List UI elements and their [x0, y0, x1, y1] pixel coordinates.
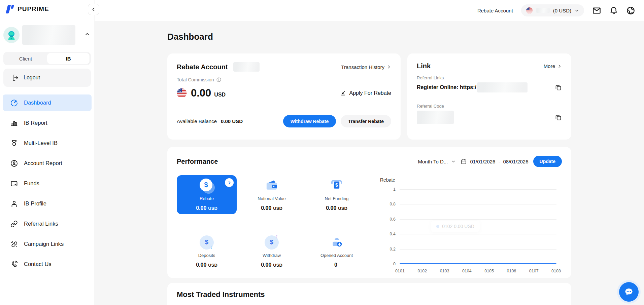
x-tick: 0107: [528, 269, 540, 273]
tile-unit: USD: [273, 206, 282, 211]
range-select[interactable]: Month To D...: [418, 159, 456, 164]
sidebar-item-ib-report[interactable]: IB Report: [3, 115, 92, 131]
tile-rebate[interactable]: $ Rebate 0.00 USD: [177, 175, 237, 214]
tile-net-funding[interactable]: $ Net Funding 0.00 USD: [307, 175, 367, 214]
x-tick: 0102: [416, 269, 429, 273]
chevron-left-icon: [91, 7, 96, 12]
withdraw-rebate-button[interactable]: Withdraw Rebate: [283, 115, 336, 127]
transaction-history-link[interactable]: Transaction History: [341, 64, 391, 70]
chevron-right-icon: [386, 65, 391, 69]
tile-opened-account[interactable]: Opened Account 0: [307, 232, 367, 271]
chart-title: Rebate: [380, 177, 395, 183]
available-balance-value: 0.00 USD: [221, 118, 243, 124]
redacted-rebate-account-number: [233, 62, 260, 72]
rebate-account-card: Rebate Account Transaction History Total…: [167, 53, 401, 140]
tile-value: 0.00: [196, 205, 206, 211]
apply-for-rebate-label: Apply For Rebate: [349, 90, 391, 96]
sidebar-item-contact-us[interactable]: Contact Us: [3, 256, 92, 272]
y-tick: 0.4: [382, 232, 396, 236]
copy-referral-code-button[interactable]: [555, 114, 562, 121]
wallet-money-icon: [265, 179, 279, 193]
tile-label: Deposits: [198, 253, 215, 258]
rebate-card-title: Rebate Account: [177, 63, 228, 71]
chart-plot-area: 1 0.8 0.6 0.4 0.2 0 0101 0102 0103 0104 …: [400, 189, 556, 264]
dollar-coin-icon: $: [200, 179, 214, 193]
y-tick: 1: [382, 187, 396, 192]
x-tick: 0108: [550, 269, 563, 273]
wallet-icon: [10, 180, 18, 188]
mail-button[interactable]: [592, 6, 601, 15]
referral-code-label: Referral Code: [417, 104, 562, 109]
medal-icon: [10, 139, 18, 147]
chart-series-line: [400, 263, 556, 264]
language-button[interactable]: [626, 6, 635, 15]
brand-name: PUPRIME: [18, 5, 49, 13]
live-chat-button[interactable]: [619, 282, 639, 302]
date-from: 01/01/2026: [470, 159, 495, 164]
account-balance: (0 USD): [553, 8, 571, 13]
tile-label: Net Funding: [325, 196, 349, 201]
logout-icon: [11, 74, 19, 81]
date-range-picker[interactable]: 01/01/2026 - 08/01/2026: [461, 158, 528, 165]
notifications-button[interactable]: [609, 6, 618, 15]
sidebar-item-ib-profile[interactable]: IB Profile: [3, 195, 92, 212]
profile-row[interactable]: [3, 24, 91, 46]
sidebar-divider: [3, 91, 91, 91]
account-selector[interactable]: (0 USD): [521, 4, 584, 16]
campaign-link-icon: [10, 240, 18, 248]
apply-for-rebate-link[interactable]: Apply For Rebate: [340, 90, 391, 97]
logout-button[interactable]: Logout: [3, 69, 91, 87]
sidebar-item-campaign-links[interactable]: Campaign Links: [3, 236, 92, 252]
tile-value: 0: [334, 262, 337, 268]
page-title: Dashboard: [167, 32, 571, 42]
rebate-account-label: Rebate Account: [477, 8, 513, 13]
withdraw-icon: $↑: [265, 235, 279, 250]
tile-label: Notional Value: [258, 196, 286, 201]
sidebar-item-dashboard[interactable]: Dashboard: [3, 94, 92, 111]
sidebar-nav: Dashboard IB Report Multi-Level IB Accou…: [0, 94, 94, 272]
chevron-up-icon[interactable]: [84, 31, 90, 39]
redacted-referral-url: [477, 82, 528, 92]
y-tick: 0.2: [382, 247, 396, 252]
tab-client[interactable]: Client: [4, 53, 47, 64]
top-header: Rebate Account (0 USD): [95, 0, 644, 21]
info-icon[interactable]: [216, 77, 222, 82]
bar-chart-icon: [10, 119, 18, 127]
apply-rebate-icon: [340, 90, 346, 97]
tab-ib[interactable]: IB: [47, 53, 90, 64]
tooltip-dot: [436, 225, 439, 228]
sidebar-item-label: Contact Us: [24, 261, 52, 267]
card-divider: [417, 98, 562, 98]
svg-text:$: $: [335, 182, 338, 188]
tile-deposits[interactable]: $↓ Deposits 0.00 USD: [177, 232, 237, 271]
tile-unit: USD: [273, 263, 282, 268]
tile-arrow-button[interactable]: [225, 178, 234, 187]
tile-withdraw[interactable]: $↑ Withdraw 0.00 USD: [242, 232, 302, 271]
sidebar-item-funds[interactable]: Funds: [3, 175, 92, 192]
us-flag-icon: [177, 88, 187, 98]
update-button[interactable]: Update: [533, 156, 562, 167]
sidebar-item-account-report[interactable]: Account Report: [3, 155, 92, 171]
performance-tiles: $ Rebate 0.00 USD: [177, 175, 367, 279]
tile-label: Withdraw: [263, 253, 281, 258]
chevron-down-icon: [574, 8, 579, 13]
transfer-rebate-button[interactable]: Transfer Rebate: [341, 115, 391, 127]
sidebar-item-label: IB Report: [24, 120, 47, 126]
x-axis-labels: 0101 0102 0103 0104 0105 0106 0107 0108: [394, 269, 563, 273]
tile-label: Rebate: [200, 196, 214, 201]
copy-referral-link-button[interactable]: [555, 84, 562, 91]
sidebar-collapse-button[interactable]: [88, 4, 99, 15]
sidebar-item-label: Multi-Level IB: [24, 140, 58, 146]
tile-notional-value[interactable]: Notional Value 0.00 USD: [242, 175, 302, 214]
sidebar-item-label: IB Profile: [24, 200, 46, 207]
total-commission-currency: USD: [214, 92, 226, 98]
sidebar-item-label: Account Report: [24, 160, 62, 166]
sidebar-item-multi-level-ib[interactable]: Multi-Level IB: [3, 135, 92, 151]
redacted-account-number: [536, 8, 550, 13]
x-tick: 0105: [483, 269, 496, 273]
sidebar-item-referral-links[interactable]: Referral Links: [3, 216, 92, 232]
logout-label: Logout: [24, 75, 40, 81]
tile-unit: USD: [208, 263, 217, 268]
phone-icon: [10, 260, 18, 268]
more-link[interactable]: More: [544, 63, 562, 69]
